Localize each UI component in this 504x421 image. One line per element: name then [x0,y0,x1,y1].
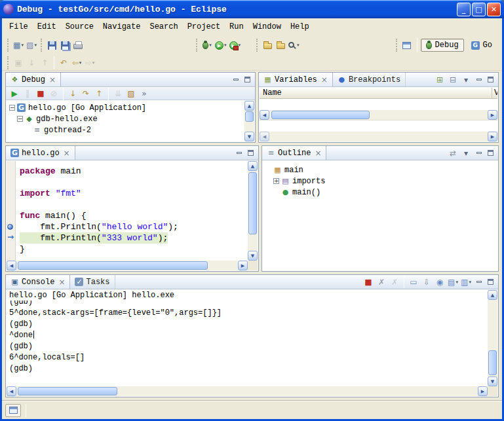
dropdown-arrow-icon[interactable]: ▾ [297,43,300,48]
previous-annotation-icon[interactable]: ↑ [38,56,51,70]
clear-console-icon[interactable]: ▭ [407,276,420,288]
menu-navigate[interactable]: Navigate [100,20,144,33]
menu-edit[interactable]: Edit [34,20,60,33]
editor-vertical-scrollbar[interactable] [248,161,258,261]
search-icon[interactable]: ▾ [287,38,301,52]
minimize-view-button[interactable] [233,148,244,158]
tree-expander[interactable]: + [273,178,279,184]
scroll-up-button[interactable] [248,161,258,171]
terminate-icon[interactable]: ■ [34,88,47,100]
scrollbar-thumb[interactable] [248,172,257,234]
tab-tasks[interactable]: ✓ Tasks [70,275,115,289]
debug-vertical-scrollbar[interactable] [244,101,254,141]
toolbar-drag-handle[interactable] [396,39,398,52]
scroll-down-button[interactable] [244,132,254,141]
close-tab-icon[interactable] [58,278,65,287]
console-output[interactable]: hello.go [Go Application] hello.exe (gdb… [7,290,488,386]
menu-run[interactable]: Run [226,20,247,33]
debug-launch-tree[interactable]: −Ghello.go [Go Application]−◆gdb-hello.e… [7,101,244,141]
next-annotation-icon[interactable]: ↓ [25,56,38,70]
detail-horizontal-scrollbar[interactable] [260,132,497,141]
open-folder-icon[interactable] [261,38,274,52]
menu-file[interactable]: File [6,20,31,33]
close-tab-icon[interactable] [321,75,328,84]
forward-icon[interactable]: ⇨▾ [83,56,96,70]
drop-to-frame-icon[interactable]: ⇊ [111,88,125,100]
toolbar-drag-handle[interactable] [256,39,258,52]
scroll-lock-icon[interactable]: ⇩ [420,276,433,288]
toolbar-drag-handle[interactable] [41,39,43,52]
back-icon[interactable]: ⇦▾ [70,56,83,70]
code-line[interactable]: import "fmt" [7,188,248,199]
console-vertical-scrollbar[interactable] [488,290,497,386]
maximize-view-button[interactable] [245,148,256,158]
use-step-filters-icon[interactable]: ▧ [125,88,138,100]
maximize-view-button[interactable] [485,75,496,84]
save-all-icon[interactable] [58,38,71,52]
scroll-right-button[interactable] [488,110,497,120]
link-with-editor-icon[interactable]: ⇄ [446,147,459,159]
menu-search[interactable]: Search [146,20,181,33]
last-edit-location-icon[interactable]: ↶ [57,56,70,70]
dropdown-arrow-icon[interactable]: ▾ [224,43,227,48]
outline-item[interactable]: ▦main [271,164,497,175]
code-line[interactable]: func main() { [7,210,248,221]
terminate-icon[interactable]: ■ [362,276,375,288]
scroll-left-button[interactable] [260,132,269,141]
tab-breakpoints[interactable]: ● Breakpoints [333,73,406,86]
debug-icon[interactable]: ▾ [201,38,214,52]
remove-launch-icon[interactable]: ✗ [375,276,388,288]
tab-outline[interactable]: ≡ Outline [262,146,326,160]
toolbar-overflow-chevron[interactable]: » [138,88,151,100]
dropdown-arrow-icon[interactable]: ▾ [209,43,212,48]
minimize-button[interactable]: _ [457,3,471,16]
scroll-down-button[interactable] [488,376,497,386]
dropdown-arrow-icon[interactable]: ▾ [456,280,458,285]
close-tab-icon[interactable] [315,149,321,158]
import-wizard-icon[interactable] [274,38,287,52]
close-button[interactable]: ✕ [487,3,501,16]
close-tab-icon[interactable] [64,149,70,158]
scroll-left-button[interactable] [7,261,16,270]
scrollbar-track[interactable] [269,110,488,120]
dropdown-arrow-icon[interactable]: ▾ [92,60,95,65]
toolbar-drag-handle[interactable] [7,39,9,52]
code-line[interactable]: } [7,244,248,255]
scroll-up-button[interactable] [488,290,497,300]
instruction-pointer-icon[interactable]: → [7,234,14,241]
save-icon[interactable] [45,38,58,52]
column-header-name[interactable]: Name [260,88,492,98]
perspective-go-button[interactable]: G Go [466,39,497,52]
show-logical-structure-icon[interactable]: ⊞ [433,74,446,86]
tab-hello-go[interactable]: G hello.go [6,146,75,160]
scrollbar-track[interactable] [16,261,238,270]
tree-expander[interactable]: − [17,116,23,122]
variables-horizontal-scrollbar[interactable] [260,110,497,120]
maximize-button[interactable]: □ [472,3,486,16]
scrollbar-thumb[interactable] [245,111,254,122]
remove-all-launches-icon[interactable]: ✗ [388,276,401,288]
scrollbar-track[interactable] [488,300,497,376]
menu-project[interactable]: Project [184,20,223,33]
menu-source[interactable]: Source [62,20,97,33]
pin-editor-icon[interactable]: ▣ [12,56,25,70]
scroll-right-button[interactable] [488,132,497,141]
scrollbar-track[interactable] [16,386,478,396]
code-line[interactable]: → fmt.Println("333 world"); [7,232,248,244]
display-selected-console-icon[interactable]: ▤▾ [446,276,459,288]
breakpoint-icon[interactable] [7,224,13,230]
scrollbar-thumb[interactable] [488,350,497,375]
resume-icon[interactable]: ▶ [8,88,21,100]
menu-help[interactable]: Help [287,20,313,33]
scrollbar-thumb[interactable] [271,111,370,119]
step-over-icon[interactable]: ↷ [79,88,92,100]
scrollbar-thumb[interactable] [18,387,117,395]
tree-expander[interactable]: − [9,105,15,111]
fast-view-button[interactable] [5,404,21,417]
menu-window[interactable]: Window [250,20,284,33]
pin-console-icon[interactable]: ◉ [433,276,446,288]
minimize-view-button[interactable] [473,148,484,158]
scroll-right-button[interactable] [478,386,488,396]
outline-item[interactable]: +▤imports [271,175,497,187]
code-line[interactable]: package main [7,166,248,177]
